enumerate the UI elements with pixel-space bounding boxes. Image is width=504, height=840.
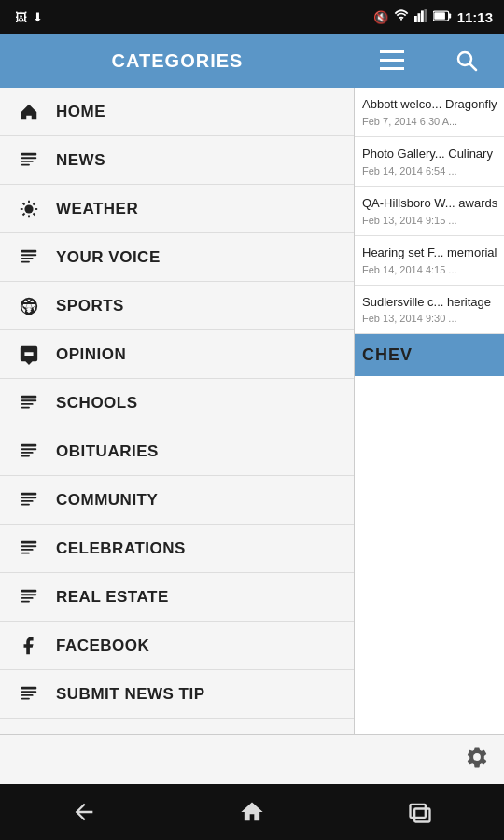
- community-icon: [15, 486, 43, 514]
- svg-rect-2: [421, 10, 424, 22]
- settings-button[interactable]: [465, 745, 489, 775]
- sidebar-item-schools[interactable]: SCHOOLS: [0, 379, 354, 427]
- svg-rect-34: [21, 448, 37, 450]
- sidebar-item-sports[interactable]: SPORTS: [0, 282, 354, 330]
- menu-button[interactable]: [368, 34, 416, 88]
- svg-rect-8: [380, 59, 404, 62]
- news-item-2[interactable]: Photo Gallery... Culinary Scho... Feb 14…: [355, 137, 504, 187]
- sidebar-label-saved-stories: SAVED STORIES: [56, 734, 189, 735]
- header-actions: [355, 34, 504, 88]
- svg-rect-7: [380, 50, 404, 53]
- svg-rect-37: [21, 492, 37, 495]
- search-button[interactable]: [442, 34, 491, 88]
- sidebar-label-community: COMMUNITY: [56, 491, 158, 510]
- sidebar-item-home[interactable]: HOME: [0, 88, 354, 136]
- sidebar-item-weather[interactable]: WEATHER: [0, 185, 354, 233]
- sidebar-item-news[interactable]: NEWS: [0, 136, 354, 185]
- svg-line-21: [22, 203, 24, 204]
- sidebar-label-submit-news-tip: SUBMIT NEWS TIP: [56, 685, 205, 704]
- sidebar-label-weather: WEATHER: [56, 200, 138, 218]
- your-voice-icon: [15, 244, 43, 272]
- news-icon: [15, 147, 43, 175]
- svg-rect-0: [414, 16, 417, 22]
- svg-rect-25: [21, 249, 37, 252]
- battery-icon: [433, 10, 452, 24]
- sidebar-item-obituaries[interactable]: OBITUARIES: [0, 427, 354, 476]
- news-title-1: Abbott welco... Dragonfly Gal...: [362, 97, 497, 113]
- page-title: CATEGORIES: [112, 50, 244, 72]
- svg-rect-26: [21, 254, 37, 256]
- svg-rect-14: [21, 161, 34, 162]
- svg-rect-36: [21, 455, 30, 456]
- real-estate-icon: [15, 583, 43, 611]
- svg-line-23: [22, 213, 24, 215]
- obituaries-icon: [15, 438, 43, 466]
- facebook-icon: [15, 632, 43, 660]
- svg-rect-46: [21, 594, 37, 595]
- news-date-3: Feb 13, 2014 9:15 ...: [362, 215, 497, 226]
- sidebar-item-opinion[interactable]: OPINION: [0, 330, 354, 379]
- sidebar-item-your-voice[interactable]: YOUR VOICE: [0, 233, 354, 282]
- sidebar-item-community[interactable]: COMMUNITY: [0, 476, 354, 525]
- sidebar-label-sports: SPORTS: [56, 297, 124, 315]
- back-button[interactable]: [71, 799, 97, 825]
- download-icon: ⬇: [33, 10, 43, 24]
- celebrations-icon: [15, 535, 43, 563]
- svg-rect-51: [21, 694, 34, 696]
- svg-rect-12: [21, 152, 37, 155]
- saved-stories-icon: [15, 729, 43, 735]
- sidebar-item-submit-news-tip[interactable]: SUBMIT NEWS TIP: [0, 670, 354, 719]
- signal-icon: [414, 8, 427, 26]
- sidebar-item-celebrations[interactable]: CELEBRATIONS: [0, 525, 354, 573]
- notification-icon: 🖼: [15, 10, 27, 24]
- svg-rect-56: [414, 809, 429, 822]
- news-item-4[interactable]: Hearing set F... memorial pro... Feb 14,…: [355, 236, 504, 286]
- news-item-5[interactable]: Sudlersville c... heritage Feb 13, 2014 …: [355, 286, 504, 335]
- weather-icon: [15, 195, 43, 223]
- svg-rect-29: [21, 395, 37, 398]
- svg-rect-15: [21, 163, 30, 165]
- sidebar-item-real-estate[interactable]: REAL ESTATE: [0, 573, 354, 622]
- main-content: HOME NEWS WEATHER YOUR VOICE: [0, 88, 504, 734]
- news-date-1: Feb 7, 2014 6:30 A...: [362, 116, 497, 127]
- svg-rect-35: [21, 452, 34, 454]
- recents-button[interactable]: [407, 799, 433, 825]
- svg-rect-32: [21, 406, 30, 408]
- svg-rect-3: [424, 9, 427, 22]
- svg-rect-13: [21, 157, 37, 159]
- sidebar-label-facebook: FACEBOOK: [56, 637, 149, 655]
- svg-rect-30: [21, 399, 37, 401]
- schools-icon: [15, 389, 43, 417]
- svg-rect-40: [21, 503, 30, 505]
- sidebar-item-saved-stories[interactable]: SAVED STORIES: [0, 719, 354, 734]
- news-item-1[interactable]: Abbott welco... Dragonfly Gal... Feb 7, …: [355, 88, 504, 137]
- news-title-5: Sudlersville c... heritage: [362, 295, 497, 311]
- news-date-5: Feb 13, 2014 9:30 ...: [362, 313, 497, 324]
- sidebar-label-obituaries: OBITUARIES: [56, 442, 159, 461]
- news-title-2: Photo Gallery... Culinary Scho...: [362, 147, 497, 162]
- svg-rect-38: [21, 497, 37, 498]
- app-header: CATEGORIES: [0, 34, 504, 88]
- sidebar-label-home: HOME: [56, 103, 105, 121]
- svg-rect-33: [21, 443, 37, 446]
- news-item-3[interactable]: QA-Hillsboro W... awards, insta... Feb 1…: [355, 187, 504, 236]
- svg-line-11: [470, 64, 477, 71]
- sidebar-item-facebook[interactable]: FACEBOOK: [0, 622, 354, 670]
- svg-rect-39: [21, 500, 34, 502]
- svg-rect-6: [434, 12, 445, 20]
- news-title-4: Hearing set F... memorial pro...: [362, 245, 497, 261]
- svg-rect-41: [21, 540, 37, 543]
- news-item-blue[interactable]: CHEV: [355, 334, 504, 376]
- svg-rect-31: [21, 403, 34, 405]
- news-date-2: Feb 14, 2014 6:54 ...: [362, 165, 497, 176]
- svg-rect-9: [380, 67, 404, 70]
- categories-sidebar: HOME NEWS WEATHER YOUR VOICE: [0, 88, 355, 734]
- sidebar-label-opinion: OPINION: [56, 345, 126, 364]
- android-nav-bar: [0, 784, 504, 840]
- svg-rect-44: [21, 552, 30, 553]
- svg-rect-47: [21, 597, 34, 599]
- sidebar-label-news: NEWS: [56, 151, 105, 170]
- sports-icon: [15, 292, 43, 320]
- home-button[interactable]: [239, 799, 265, 825]
- svg-point-16: [24, 204, 33, 213]
